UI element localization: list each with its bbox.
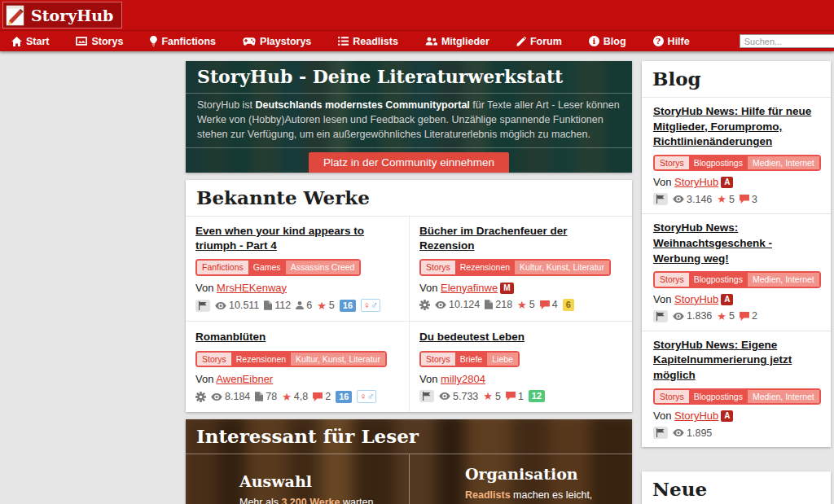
work-title-link[interactable]: Du bedeutest Leben <box>419 330 525 344</box>
work-tags[interactable]: FanfictionsGamesAssassins Creed <box>195 259 361 276</box>
star-icon: ★ <box>717 311 726 322</box>
work-tags[interactable]: StorysRezensionenKultur, Kunst, Literatu… <box>419 259 611 276</box>
star-icon: ★ <box>317 300 327 311</box>
admin-badge: A <box>721 177 733 188</box>
views-stat: 5.733 <box>439 391 478 402</box>
info-icon: i <box>589 36 599 46</box>
finished-flag-icon <box>419 390 434 402</box>
views-stat: 10.124 <box>435 299 480 310</box>
star-icon: ★ <box>517 300 527 310</box>
comments-stat: 1 <box>506 391 524 402</box>
blog-post-title-link[interactable]: StoryHub News: Eigene Kapitelnummerierun… <box>653 338 819 383</box>
search-input[interactable] <box>740 34 834 48</box>
blog-post-stats: 3.146 ★5 3 <box>653 193 819 205</box>
main-navigation: Start Storys Fanfictions Playstorys Read… <box>0 30 834 51</box>
author-link[interactable]: Elenyafinwe <box>441 282 498 294</box>
new-comments-section: Neue Kommentare Zur Story Liebesbriefe V… <box>642 471 831 504</box>
work-stats: 10.511 112 6 ★5 16 ♀♂ <box>195 299 399 312</box>
pencil-icon <box>516 37 526 46</box>
nav-item-storys[interactable]: Storys <box>76 36 123 47</box>
hero-banner: StoryHub - Deine Literaturwerkstatt Stor… <box>186 61 632 173</box>
nav-item-forum[interactable]: Forum <box>516 36 562 47</box>
work-stats: 5.733 ★5 1 12 <box>419 390 622 402</box>
work-stats: 8.184 78 ★4,8 2 16 ♀♂ <box>195 390 399 403</box>
work-title-link[interactable]: Romanblüten <box>195 330 266 344</box>
author-link[interactable]: AwenEibner <box>216 373 273 385</box>
views-stat: 1.895 <box>673 427 712 439</box>
brand-link[interactable]: StoryHub <box>2 2 122 28</box>
reader-feature-section: Interessant für Leser Auswahl Mehr als 3… <box>186 419 632 504</box>
blog-post: StoryHub News: Hilfe für neue Mitglieder… <box>642 98 831 213</box>
star-icon: ★ <box>483 391 493 401</box>
list-icon <box>338 37 349 46</box>
rating-stat: ★5 <box>483 391 501 402</box>
comments-stat: 2 <box>740 310 757 322</box>
feature-auswahl: Auswahl Mehr als 3.200 Werke warten dara… <box>186 454 409 504</box>
work-stats: 10.124 218 ★5 4 6 <box>419 299 622 311</box>
blog-post-title-link[interactable]: StoryHub News: Weihnachtsgeschenk - Werb… <box>653 221 819 266</box>
feature-text: Readlists machen es leicht, verschiedens… <box>465 489 619 504</box>
chapters-stat: 218 <box>485 299 512 310</box>
new-comments-heading: Neue Kommentare <box>642 471 831 504</box>
lightbulb-icon <box>150 36 157 46</box>
blog-heading: Blog <box>642 61 831 98</box>
work-tags[interactable]: StorysBriefeLiebe <box>419 351 520 368</box>
join-community-button[interactable]: Platz in der Community einnehmen <box>309 152 509 173</box>
feature-title: Auswahl <box>239 472 396 490</box>
comments-stat: 4 <box>540 299 558 310</box>
nav-item-blog[interactable]: i Blog <box>589 36 626 47</box>
work-title-link[interactable]: Even when your kind appears to triumph -… <box>195 224 399 253</box>
chapters-stat: 78 <box>255 391 277 402</box>
author-link[interactable]: StoryHub <box>674 293 718 305</box>
blog-post-stats: 1.895 <box>653 427 819 439</box>
age-rating-badge: 6 <box>563 299 574 311</box>
nav-item-fanfictions[interactable]: Fanfictions <box>150 36 216 47</box>
blog-post-tags[interactable]: StorysBlogpostingsMedien, Internet <box>653 155 821 172</box>
in-progress-gear-icon <box>195 392 206 402</box>
author-link[interactable]: MrsHEKenway <box>217 282 287 294</box>
pairing-gender-icon: ♀♂ <box>357 390 376 403</box>
admin-badge: A <box>721 410 733 422</box>
work-card: Romanblüten StorysRezensionenKultur, Kun… <box>186 321 409 412</box>
work-tags[interactable]: StorysRezensionenKultur, Kunst, Literatu… <box>195 351 387 368</box>
star-icon: ★ <box>717 194 726 204</box>
known-works-section: Bekannte Werke Even when your kind appea… <box>186 180 632 412</box>
sidebar-column: Blog StoryHub News: Hilfe für neue Mitgl… <box>642 61 831 504</box>
admin-badge: A <box>721 294 733 305</box>
pairing-gender-icon: ♀♂ <box>361 299 380 312</box>
author-link[interactable]: StoryHub <box>674 176 718 188</box>
author-link[interactable]: milly2804 <box>441 373 485 385</box>
author-link[interactable]: StoryHub <box>674 410 718 422</box>
nav-item-playstorys[interactable]: Playstorys <box>243 36 311 47</box>
feature-title: Organisation <box>465 465 619 483</box>
comments-stat: 3 <box>740 194 757 205</box>
nav-item-readlists[interactable]: Readlists <box>338 36 398 47</box>
rating-stat: ★5 <box>317 300 335 311</box>
question-icon: ? <box>653 36 664 46</box>
finished-flag-icon <box>653 310 668 322</box>
brand-title: StoryHub <box>31 7 113 24</box>
work-card: Even when your kind appears to triumph -… <box>186 217 409 321</box>
top-header-bar: StoryHub <box>0 0 834 30</box>
blog-post-tags[interactable]: StorysBlogpostingsMedien, Internet <box>653 388 821 405</box>
finished-flag-icon <box>653 427 668 439</box>
blog-post-title-link[interactable]: StoryHub News: Hilfe für neue Mitglieder… <box>653 104 819 150</box>
blog-post-tags[interactable]: StorysBlogpostingsMedien, Internet <box>653 271 821 288</box>
views-stat: 3.146 <box>673 194 712 205</box>
work-card: Bücher im Drachenfeuer der Rezension Sto… <box>409 217 632 321</box>
age-rating-badge: 16 <box>336 391 352 403</box>
work-title-link[interactable]: Bücher im Drachenfeuer der Rezension <box>419 224 622 253</box>
blog-post-stats: 1.836 ★5 2 <box>653 310 819 322</box>
hero-intro-text: StoryHub ist Deutschlands modernstes Com… <box>186 94 632 148</box>
gamepad-icon <box>243 37 256 46</box>
nav-item-start[interactable]: Start <box>11 36 49 47</box>
home-icon <box>11 37 22 46</box>
nav-item-mitglieder[interactable]: Mitglieder <box>425 36 489 47</box>
finished-flag-icon <box>195 300 210 312</box>
feature-text: Mehr als 3.200 Werke warten darauf, gele… <box>239 496 396 504</box>
work-author-line: Von AwenEibner <box>195 373 399 385</box>
moderator-badge: M <box>500 283 513 294</box>
in-progress-gear-icon <box>419 300 430 310</box>
nav-item-hilfe[interactable]: ? Hilfe <box>653 36 690 47</box>
blog-section: Blog StoryHub News: Hilfe für neue Mitgl… <box>642 61 831 447</box>
